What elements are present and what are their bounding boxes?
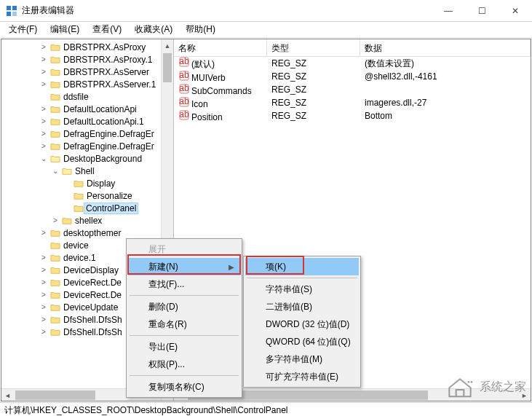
tree-item[interactable]: >DBRSTPRX.AsServer (1, 66, 173, 78)
expand-icon[interactable]: > (39, 315, 48, 323)
list-row[interactable]: abPositionREG_SZBottom (174, 109, 531, 122)
col-data[interactable]: 数据 (360, 39, 531, 56)
tree-item[interactable]: ⌄Shell (1, 165, 173, 177)
expand-icon[interactable]: > (39, 68, 48, 76)
expand-icon[interactable]: > (39, 43, 48, 51)
svg-rect-3 (12, 12, 17, 16)
tree-item[interactable]: ControlPanel (1, 202, 173, 214)
tree-item[interactable]: >shellex (1, 214, 173, 227)
string-value-icon: ab (178, 56, 190, 68)
expand-icon[interactable]: ⌄ (39, 154, 48, 162)
value-name: (默认) (191, 59, 215, 69)
watermark: 系统之家 (445, 375, 526, 399)
app-icon (6, 5, 17, 17)
ctx-delete[interactable]: 删除(D) (128, 298, 240, 315)
svg-text:ab: ab (179, 84, 189, 93)
scroll-up-icon[interactable]: ▲ (162, 39, 173, 52)
house-icon (445, 375, 475, 399)
tree-item-label: DfsShell.DfsSh (63, 315, 122, 325)
ctx-copykeyname[interactable]: 复制项名称(C) (128, 378, 240, 396)
tree-item-label: DefragEngine.DefragEr (63, 129, 154, 139)
list-row[interactable]: ab(默认)REG_SZ(数值未设置) (174, 57, 531, 70)
expand-icon[interactable]: > (39, 229, 48, 237)
ctx-new-key[interactable]: 项(K) (245, 258, 359, 275)
tree-item[interactable]: Display (1, 177, 173, 189)
tree-item[interactable]: Personalize (1, 189, 173, 202)
ctx-new-string[interactable]: 字符串值(S) (245, 280, 359, 298)
ctx-find[interactable]: 查找(F)... (128, 275, 240, 293)
expand-icon[interactable]: > (39, 328, 48, 336)
expand-icon[interactable]: > (39, 291, 48, 299)
tree-item[interactable]: >DefragEngine.DefragEr (1, 140, 173, 152)
ctx-new-qword[interactable]: QWORD (64 位)值(Q) (245, 333, 359, 350)
expand-icon[interactable]: > (39, 303, 48, 311)
ctx-rename[interactable]: 重命名(R) (128, 315, 240, 333)
scroll-thumb-h[interactable] (15, 391, 95, 400)
tree-item[interactable]: >DefaultLocationApi (1, 103, 173, 115)
list-row[interactable]: abSubCommandsREG_SZ (174, 83, 531, 96)
list-row[interactable]: abIconREG_SZimageres.dll,-27 (174, 96, 531, 109)
folder-icon (49, 129, 61, 139)
menu-help[interactable]: 帮助(H) (180, 22, 221, 37)
expand-icon[interactable]: > (39, 266, 48, 274)
tree-item[interactable]: >DBRSTPRX.AsProxy (1, 41, 173, 53)
minimize-button[interactable]: — (432, 0, 465, 22)
folder-icon (73, 178, 84, 189)
expand-icon[interactable]: > (39, 254, 48, 262)
folder-icon (61, 216, 73, 226)
chevron-right-icon: ▶ (229, 263, 234, 271)
folder-icon (49, 55, 61, 65)
ctx-permissions[interactable]: 权限(P)... (128, 356, 240, 373)
folder-icon (73, 191, 84, 201)
tree-item[interactable]: >DBRSTPRX.AsServer.1 (1, 78, 173, 90)
window-controls: — ☐ ✕ (432, 0, 532, 22)
svg-text:ab: ab (179, 110, 189, 119)
ctx-new-binary[interactable]: 二进制值(B) (245, 298, 359, 315)
svg-text:ab: ab (179, 71, 189, 80)
menu-edit[interactable]: 编辑(E) (44, 22, 85, 37)
expand-icon[interactable]: > (39, 278, 48, 286)
ctx-new-multi[interactable]: 多字符串值(M) (245, 350, 359, 368)
tree-item-label: desktopthemer (63, 228, 121, 238)
col-name[interactable]: 名称 (174, 39, 267, 56)
tree-item-label: DeviceRect.De (63, 278, 122, 288)
svg-point-14 (468, 381, 470, 383)
folder-icon (49, 265, 61, 275)
string-value-icon: ab (178, 96, 190, 108)
tree-item[interactable]: ⌄DesktopBackground (1, 152, 173, 165)
value-name: MUIVerb (191, 73, 226, 83)
expand-icon[interactable]: ⌄ (51, 167, 60, 175)
ctx-export[interactable]: 导出(E) (128, 338, 240, 356)
tree-item[interactable]: >DefragEngine.DefragEr (1, 127, 173, 140)
titlebar: 注册表编辑器 — ☐ ✕ (0, 0, 532, 22)
ctx-new-expand[interactable]: 可扩充字符串值(E) (245, 368, 359, 385)
menu-file[interactable]: 文件(F) (3, 22, 43, 37)
maximize-button[interactable]: ☐ (465, 0, 499, 22)
ctx-new-dword[interactable]: DWORD (32 位)值(D) (245, 315, 359, 333)
tree-item[interactable]: >desktopthemer (1, 227, 173, 239)
menu-fav[interactable]: 收藏夹(A) (129, 22, 178, 37)
close-button[interactable]: ✕ (499, 0, 532, 22)
ctx-new[interactable]: 新建(N)▶ (128, 258, 240, 275)
expand-icon[interactable]: > (39, 130, 48, 138)
tree-item[interactable]: >DBRSTPRX.AsProxy.1 (1, 53, 173, 66)
scroll-left-icon[interactable]: ◄ (1, 389, 14, 401)
folder-icon (49, 253, 61, 263)
scroll-thumb[interactable] (163, 53, 172, 82)
expand-icon[interactable]: > (39, 105, 48, 113)
expand-icon[interactable]: > (39, 55, 48, 63)
svg-text:ab: ab (179, 97, 189, 106)
expand-icon[interactable]: > (39, 142, 48, 150)
menu-view[interactable]: 查看(V) (87, 22, 127, 37)
tree-item[interactable]: >DefaultLocationApi.1 (1, 115, 173, 127)
value-data: imageres.dll,-27 (360, 98, 531, 108)
value-name: SubCommands (191, 86, 252, 96)
ctx-expand[interactable]: 展开 (128, 240, 240, 258)
col-type[interactable]: 类型 (267, 39, 360, 56)
tree-item[interactable]: ddsfile (1, 90, 173, 103)
separator (130, 295, 239, 296)
expand-icon[interactable]: > (39, 117, 48, 125)
list-row[interactable]: abMUIVerbREG_SZ@shell32.dll,-4161 (174, 70, 531, 83)
expand-icon[interactable]: > (39, 80, 48, 88)
expand-icon[interactable]: > (51, 216, 60, 224)
